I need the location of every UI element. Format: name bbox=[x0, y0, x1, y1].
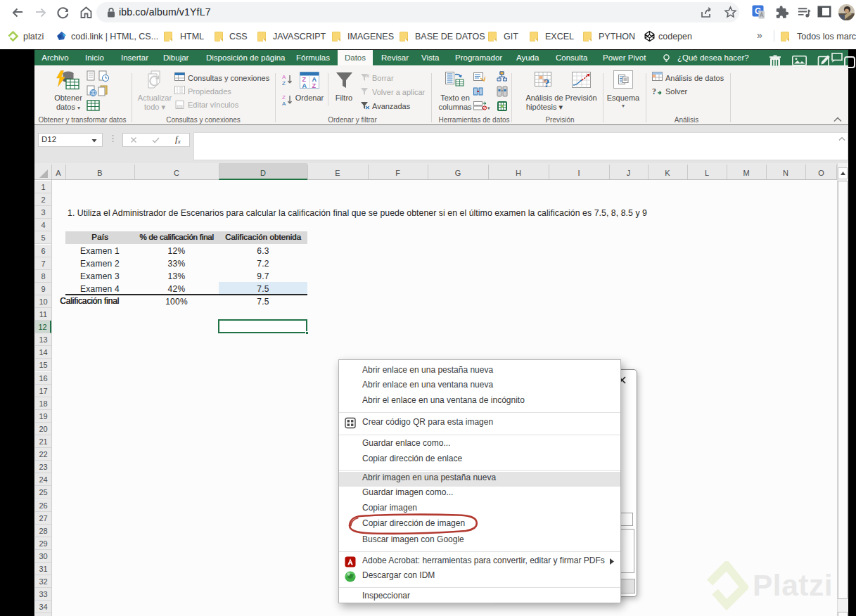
svg-text:Z: Z bbox=[282, 94, 286, 101]
svg-text:▾: ▾ bbox=[487, 105, 490, 110]
svg-text:Z: Z bbox=[282, 80, 286, 86]
svg-text:A: A bbox=[282, 101, 286, 106]
svg-text:?: ? bbox=[652, 86, 656, 96]
svg-text:Z: Z bbox=[312, 82, 317, 89]
svg-text:?: ? bbox=[544, 77, 550, 89]
svg-text:A: A bbox=[282, 74, 286, 80]
svg-text:A: A bbox=[302, 82, 307, 89]
